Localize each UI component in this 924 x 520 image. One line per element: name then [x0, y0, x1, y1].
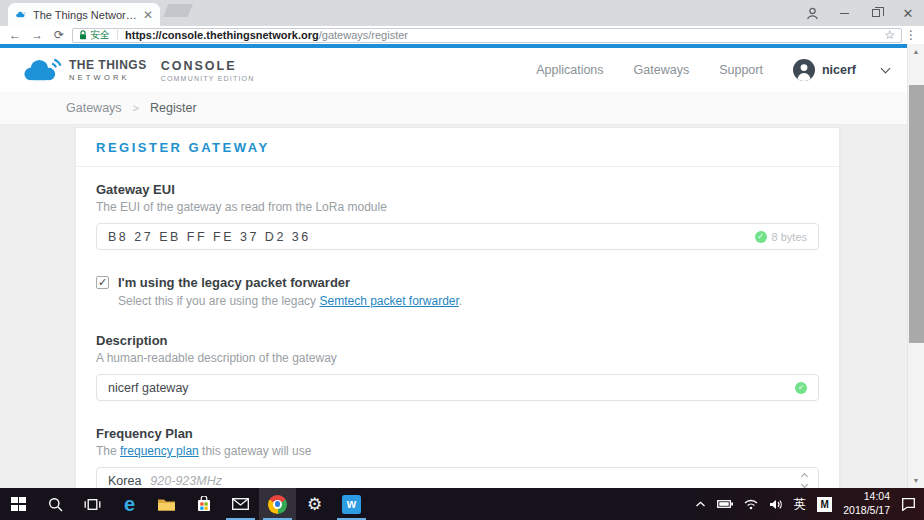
browser-tabstrip: The Things Network Co ✕ ✕: [0, 0, 924, 26]
scrollbar-down-icon[interactable]: ▼: [908, 477, 924, 484]
description-input[interactable]: nicerf gateway ✓: [96, 374, 819, 401]
forward-button[interactable]: →: [26, 28, 48, 42]
check-icon: ✓: [795, 382, 807, 394]
legacy-forwarder-help: Select this if you are using the legacy …: [118, 294, 819, 308]
user-menu[interactable]: nicerf: [793, 59, 856, 81]
scrollbar-up-icon[interactable]: ▲: [908, 48, 924, 55]
speaker-icon: [769, 499, 783, 510]
wifi-tray-button[interactable]: [744, 499, 758, 510]
register-form: Gateway EUI The EUI of the gateway as re…: [76, 167, 839, 520]
frequency-plan-help: The frequency plan this gateway will use: [96, 444, 819, 458]
chrome-button[interactable]: [259, 488, 296, 520]
battery-tray-button[interactable]: [717, 499, 733, 509]
nav-applications[interactable]: Applications: [536, 63, 603, 77]
ttn-logo[interactable]: THE THINGS NETWORK CONSOLE COMMUNITY EDI…: [20, 57, 254, 84]
ime-mode-indicator[interactable]: M: [817, 497, 832, 512]
folder-icon: [157, 497, 176, 511]
brand-line1: THE THINGS: [69, 58, 147, 72]
taskbar-clock[interactable]: 14:04 2018/5/17: [843, 490, 890, 517]
store-icon: [196, 496, 212, 512]
wps-app-icon: w: [342, 495, 361, 514]
breadcrumb: Gateways > Register: [0, 92, 907, 125]
clock-time: 14:04: [843, 490, 890, 504]
frequency-plan-range: 920-923MHz: [150, 474, 222, 488]
product-name: CONSOLE: [161, 59, 255, 73]
description-group: Description A human-readable description…: [96, 333, 819, 401]
frequency-plan-value: Korea: [108, 474, 141, 488]
file-explorer-button[interactable]: [148, 488, 185, 520]
description-label: Description: [96, 333, 819, 348]
ttn-favicon-cloud-icon: [15, 10, 27, 19]
clock-date: 2018/5/17: [843, 504, 890, 518]
username: nicerf: [822, 63, 856, 77]
omnibox-divider: [117, 30, 118, 40]
gateway-eui-group: Gateway EUI The EUI of the gateway as re…: [96, 182, 819, 250]
window-minimize-button[interactable]: [828, 0, 860, 26]
tray-expand-button[interactable]: [695, 501, 706, 507]
page-body: REGISTER GATEWAY Gateway EUI The EUI of …: [0, 125, 907, 520]
window-close-button[interactable]: ✕: [892, 0, 924, 26]
page-scrollbar[interactable]: ▲ ▼: [907, 44, 924, 488]
battery-icon: [717, 499, 733, 509]
lock-icon: [79, 30, 87, 40]
nav-gateways[interactable]: Gateways: [634, 63, 690, 77]
tab-close-icon[interactable]: ✕: [143, 9, 153, 21]
product-edition: COMMUNITY EDITION: [161, 75, 255, 82]
select-stepper-icon: [802, 474, 807, 487]
browser-toolbar: ← → ⟳ 安全 https://console.thethingsnetwor…: [0, 26, 924, 44]
action-center-button[interactable]: [901, 497, 916, 511]
windows-taskbar: e ⚙: [0, 488, 924, 520]
edge-icon: e: [124, 494, 135, 514]
gateway-eui-input[interactable]: B8 27 EB FF FE 37 D2 36 ✓ 8 bytes: [96, 223, 819, 250]
url-host: https://console.thethingsnetwork.org: [125, 29, 319, 41]
chevron-down-icon[interactable]: [881, 64, 891, 74]
breadcrumb-gateways[interactable]: Gateways: [66, 101, 122, 115]
frequency-plan-group: Frequency Plan The frequency plan this g…: [96, 426, 819, 494]
secure-indicator[interactable]: 安全: [79, 28, 110, 42]
store-button[interactable]: [185, 488, 222, 520]
start-button[interactable]: [0, 488, 37, 520]
screen: The Things Network Co ✕ ✕ ← → ⟳: [0, 0, 924, 520]
description-value: nicerf gateway: [108, 381, 189, 395]
mail-icon: [232, 498, 249, 510]
settings-button[interactable]: ⚙: [296, 488, 333, 520]
legacy-forwarder-label: I'm using the legacy packet forwarder: [118, 275, 350, 290]
frequency-plan-link[interactable]: frequency plan: [120, 444, 199, 458]
scrollbar-thumb[interactable]: [909, 85, 924, 343]
browser-menu-icon[interactable]: ⋮: [902, 28, 920, 42]
register-gateway-card: REGISTER GATEWAY Gateway EUI The EUI of …: [75, 127, 840, 520]
browser-profile-icon[interactable]: [796, 0, 828, 26]
volume-tray-button[interactable]: [769, 499, 783, 510]
back-button[interactable]: ←: [4, 28, 26, 42]
wps-app-button[interactable]: w: [333, 488, 370, 520]
mail-button[interactable]: [222, 488, 259, 520]
page-title: REGISTER GATEWAY: [76, 128, 839, 167]
nav-support[interactable]: Support: [719, 63, 763, 77]
refresh-button[interactable]: ⟳: [48, 28, 70, 42]
frequency-plan-label: Frequency Plan: [96, 426, 819, 441]
bookmark-star-icon[interactable]: ☆: [884, 29, 895, 41]
edge-button[interactable]: e: [111, 488, 148, 520]
legacy-forwarder-checkbox[interactable]: ✓: [96, 276, 109, 289]
taskbar-search-button[interactable]: [37, 488, 74, 520]
breadcrumb-register: Register: [150, 101, 197, 115]
task-view-icon: [84, 498, 101, 511]
check-icon: ✓: [755, 231, 767, 243]
new-tab-button[interactable]: [163, 4, 193, 17]
ime-language-indicator[interactable]: 英: [794, 496, 807, 513]
brand-line2: NETWORK: [69, 73, 147, 82]
task-view-button[interactable]: [74, 488, 111, 520]
browser-tab[interactable]: The Things Network Co ✕: [8, 3, 160, 26]
window-restore-button[interactable]: [860, 0, 892, 26]
url-bar[interactable]: 安全 https://console.thethingsnetwork.org/…: [72, 28, 902, 43]
breadcrumb-separator: >: [133, 102, 139, 114]
eui-bytes-text: 8 bytes: [772, 231, 807, 243]
tab-title: The Things Network Co: [33, 9, 137, 21]
gateway-eui-value: B8 27 EB FF FE 37 D2 36: [108, 230, 311, 244]
gear-icon: ⚙: [307, 496, 322, 513]
eui-validation-badge: ✓ 8 bytes: [755, 231, 807, 243]
url-path: /gateways/register: [319, 29, 408, 41]
windows-logo-icon: [11, 497, 26, 512]
secure-label: 安全: [90, 28, 110, 42]
semtech-forwarder-link[interactable]: Semtech packet forwarder: [319, 294, 458, 308]
